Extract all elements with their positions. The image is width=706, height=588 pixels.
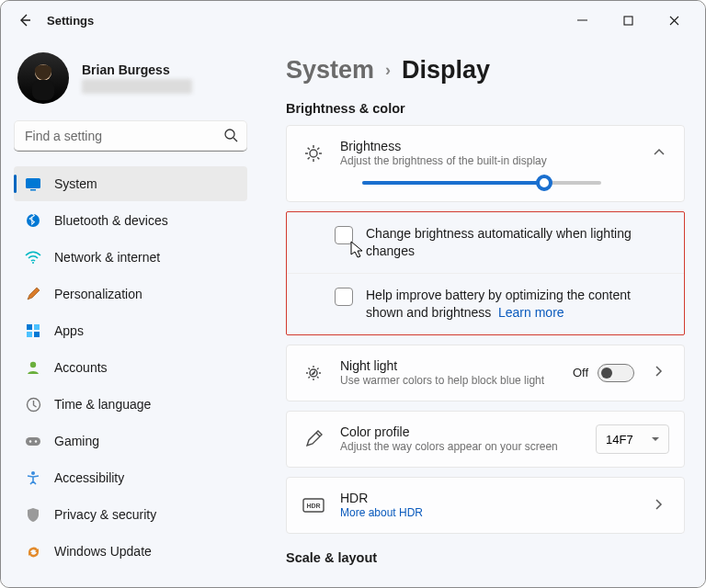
svg-rect-0 xyxy=(624,17,632,25)
minimize-button[interactable] xyxy=(562,6,602,34)
sidebar-item-apps[interactable]: Apps xyxy=(14,313,247,348)
sidebar-item-gaming[interactable]: Gaming xyxy=(14,424,247,458)
sidebar-item-label: System xyxy=(54,176,97,191)
search-wrapper xyxy=(14,120,247,152)
sidebar-item-label: Windows Update xyxy=(54,544,152,559)
svg-point-18 xyxy=(310,150,317,157)
sidebar-item-personalization[interactable]: Personalization xyxy=(14,277,247,311)
slider-fill xyxy=(362,181,544,185)
main-panel: System › Display Brightness & color Brig… xyxy=(260,40,705,587)
color-profile-dropdown[interactable]: 14F7 xyxy=(596,424,669,454)
search-icon xyxy=(223,128,238,146)
brightness-header[interactable]: Brightness Adjust the brightness of the … xyxy=(287,126,684,181)
svg-rect-5 xyxy=(30,189,36,191)
battery-optimize-checkbox[interactable] xyxy=(335,288,353,306)
auto-brightness-label: Change brightness automatically when lig… xyxy=(366,225,669,260)
maximize-icon xyxy=(623,16,633,26)
search-input[interactable] xyxy=(14,120,247,152)
sidebar-item-label: Accessibility xyxy=(54,470,124,485)
night-light-title: Night light xyxy=(340,358,558,373)
sidebar-item-label: Privacy & security xyxy=(54,507,156,522)
auto-brightness-checkbox[interactable] xyxy=(335,226,353,244)
close-button[interactable] xyxy=(654,6,694,34)
night-light-sub: Use warmer colors to help block blue lig… xyxy=(340,373,558,388)
svg-rect-10 xyxy=(27,332,32,337)
sidebar-item-privacy[interactable]: Privacy & security xyxy=(14,497,247,532)
svg-point-16 xyxy=(35,440,37,442)
nav: System Bluetooth & devices Network & int… xyxy=(14,166,247,569)
system-icon xyxy=(25,175,41,192)
svg-rect-4 xyxy=(26,178,40,188)
brightness-sub: Adjust the brightness of the built-in di… xyxy=(340,153,634,168)
collapse-chevron-icon[interactable] xyxy=(649,146,669,162)
svg-point-17 xyxy=(31,471,35,475)
section-brightness-color: Brightness & color xyxy=(286,101,685,116)
wifi-icon xyxy=(25,249,41,266)
svg-point-15 xyxy=(29,440,31,442)
svg-point-12 xyxy=(30,362,36,368)
sidebar-item-label: Bluetooth & devices xyxy=(54,213,168,228)
sidebar-item-label: Personalization xyxy=(54,287,142,301)
sidebar-item-accessibility[interactable]: Accessibility xyxy=(14,460,247,495)
shield-icon xyxy=(25,506,41,523)
profile-email-redacted xyxy=(82,79,192,94)
sidebar: Brian Burgess System Bluetooth & devices xyxy=(1,40,260,587)
window-title: Settings xyxy=(47,14,94,28)
sidebar-item-label: Network & internet xyxy=(54,250,160,265)
svg-rect-14 xyxy=(26,437,40,446)
learn-more-link[interactable]: Learn more xyxy=(498,305,564,320)
update-icon xyxy=(25,543,41,560)
hdr-more-link[interactable]: More about HDR xyxy=(340,506,423,519)
page-title: Display xyxy=(402,56,490,85)
brightness-card: Brightness Adjust the brightness of the … xyxy=(286,125,685,202)
accessibility-icon xyxy=(25,469,41,486)
sidebar-item-bluetooth[interactable]: Bluetooth & devices xyxy=(14,203,247,238)
hdr-icon: HDR xyxy=(302,498,325,513)
avatar xyxy=(17,52,69,104)
chevron-right-icon[interactable] xyxy=(649,366,669,379)
apps-icon xyxy=(25,322,41,339)
sidebar-item-accounts[interactable]: Accounts xyxy=(14,350,247,385)
paintbrush-icon xyxy=(25,286,41,302)
color-profile-card[interactable]: Color profile Adjust the way colors appe… xyxy=(286,411,685,468)
gaming-icon xyxy=(25,433,41,449)
hdr-card[interactable]: HDR HDR More about HDR xyxy=(286,477,685,534)
night-light-card[interactable]: Night light Use warmer colors to help bl… xyxy=(286,345,685,401)
brightness-icon xyxy=(302,143,325,164)
person-icon xyxy=(25,359,41,376)
sidebar-item-time-language[interactable]: Time & language xyxy=(14,387,247,422)
chevron-right-icon: › xyxy=(385,61,391,80)
sidebar-item-network[interactable]: Network & internet xyxy=(14,240,247,275)
bluetooth-icon xyxy=(25,212,41,229)
profile-block[interactable]: Brian Burgess xyxy=(14,47,247,117)
battery-optimize-label: Help improve battery by optimizing the c… xyxy=(366,287,669,322)
hdr-title: HDR xyxy=(340,491,634,505)
chevron-right-icon[interactable] xyxy=(649,499,669,513)
breadcrumb: System › Display xyxy=(286,56,685,85)
night-light-icon xyxy=(302,363,325,383)
titlebar: Settings xyxy=(1,1,705,40)
color-profile-title: Color profile xyxy=(340,424,581,439)
night-light-toggle-label: Off xyxy=(573,366,588,379)
sidebar-item-windows-update[interactable]: Windows Update xyxy=(14,534,247,569)
globe-clock-icon xyxy=(25,396,41,413)
svg-text:HDR: HDR xyxy=(306,503,320,509)
close-icon xyxy=(669,16,679,26)
brightness-slider[interactable] xyxy=(362,181,601,185)
back-button[interactable] xyxy=(12,7,38,33)
maximize-button[interactable] xyxy=(608,6,648,34)
back-arrow-icon xyxy=(17,13,32,28)
svg-rect-8 xyxy=(27,324,32,330)
svg-rect-11 xyxy=(34,332,40,337)
auto-brightness-row[interactable]: Change brightness automatically when lig… xyxy=(287,212,684,273)
breadcrumb-parent[interactable]: System xyxy=(286,56,374,85)
color-profile-sub: Adjust the way colors appear on your scr… xyxy=(340,439,581,454)
sidebar-item-label: Gaming xyxy=(54,434,99,448)
sidebar-item-system[interactable]: System xyxy=(14,166,247,201)
minimize-icon xyxy=(577,16,587,26)
slider-thumb[interactable] xyxy=(536,175,552,191)
battery-optimize-row[interactable]: Help improve battery by optimizing the c… xyxy=(287,273,684,334)
profile-name: Brian Burgess xyxy=(82,62,192,77)
night-light-toggle[interactable] xyxy=(598,364,634,382)
svg-rect-9 xyxy=(34,324,40,330)
